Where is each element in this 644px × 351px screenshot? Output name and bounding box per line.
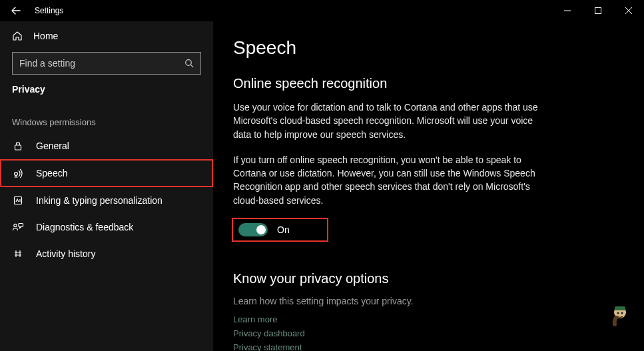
close-button[interactable] (613, 0, 644, 21)
description-1: Use your voice for dictation and to talk… (233, 101, 546, 141)
sidebar-item-inking[interactable]: Inking & typing personalization (0, 187, 213, 214)
section-title: Online speech recognition (233, 76, 612, 91)
minimize-icon (564, 7, 571, 14)
svg-rect-6 (19, 224, 23, 227)
svg-point-5 (14, 224, 17, 226)
back-button[interactable] (0, 0, 32, 21)
svg-point-9 (617, 312, 619, 314)
home-icon (12, 31, 23, 41)
sidebar-item-label: Speech (36, 168, 67, 178)
sidebar-home-label: Home (33, 31, 58, 41)
sidebar-home[interactable]: Home (0, 21, 213, 48)
search-icon (184, 59, 194, 68)
sidebar-item-diagnostics[interactable]: Diagnostics & feedback (0, 214, 213, 240)
svg-point-1 (186, 60, 192, 66)
settings-window: Settings Home Privacy (0, 0, 644, 351)
privacy-options-section: Know your privacy options Learn how this… (233, 271, 612, 351)
history-icon (12, 248, 24, 259)
sidebar: Home Privacy Windows permissions General (0, 21, 213, 351)
maximize-icon (595, 7, 601, 14)
sidebar-item-label: Activity history (36, 248, 95, 259)
mascot-icon (608, 303, 632, 327)
window-title: Settings (35, 6, 63, 15)
svg-rect-2 (15, 145, 21, 150)
privacy-heading: Know your privacy options (233, 271, 612, 286)
search-input[interactable] (19, 58, 184, 69)
maximize-button[interactable] (583, 0, 613, 21)
minimize-button[interactable] (552, 0, 583, 21)
privacy-dashboard-link[interactable]: Privacy dashboard (233, 327, 612, 341)
privacy-subtext: Learn how this setting impacts your priv… (233, 296, 612, 306)
speech-toggle[interactable] (238, 223, 268, 236)
sidebar-item-speech[interactable]: Speech (0, 159, 213, 187)
sidebar-item-label: Diagnostics & feedback (36, 222, 133, 232)
inking-icon (12, 195, 24, 206)
page-title: Speech (233, 37, 612, 59)
feedback-icon (12, 222, 24, 232)
privacy-statement-link[interactable]: Privacy statement (233, 341, 612, 351)
main-content: Speech Online speech recognition Use you… (213, 21, 644, 351)
sidebar-item-label: General (36, 141, 69, 151)
close-icon (625, 7, 632, 14)
sidebar-item-activity-history[interactable]: Activity history (0, 240, 213, 267)
speech-icon (12, 167, 24, 179)
svg-point-3 (15, 173, 18, 176)
sidebar-item-general[interactable]: General (0, 133, 213, 159)
arrow-left-icon (11, 5, 21, 16)
toggle-knob (256, 225, 266, 234)
sidebar-group-header: Windows permissions (0, 107, 213, 133)
svg-rect-8 (615, 306, 625, 310)
body: Home Privacy Windows permissions General (0, 21, 644, 351)
learn-more-link[interactable]: Learn more (233, 313, 612, 327)
titlebar: Settings (0, 0, 644, 21)
svg-point-10 (621, 312, 623, 314)
sidebar-item-label: Inking & typing personalization (36, 195, 162, 206)
sidebar-category: Privacy (0, 84, 213, 107)
description-2: If you turn off online speech recognitio… (233, 153, 546, 207)
toggle-label: On (277, 224, 290, 235)
lock-icon (12, 141, 24, 151)
speech-toggle-group: On (233, 219, 327, 240)
search-box[interactable] (12, 52, 201, 75)
svg-rect-0 (595, 8, 601, 14)
